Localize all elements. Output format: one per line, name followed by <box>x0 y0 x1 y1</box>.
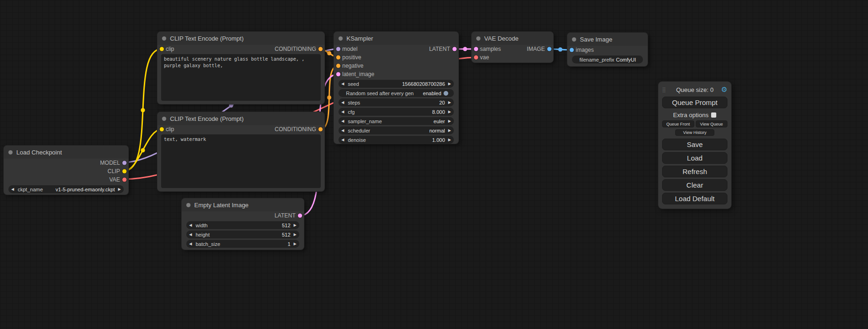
steps-widget[interactable]: ◀ steps 20 ▶ <box>339 98 454 106</box>
slot-row: negative <box>334 62 459 70</box>
collapse-dot-icon[interactable] <box>186 203 191 207</box>
collapse-dot-icon[interactable] <box>572 37 576 42</box>
load-default-button[interactable]: Load Default <box>662 193 727 204</box>
save-button[interactable]: Save <box>662 139 727 150</box>
collapse-dot-icon[interactable] <box>162 36 166 41</box>
settings-gear-icon[interactable]: ⚙ <box>720 85 727 94</box>
latent-output-slot[interactable] <box>298 214 302 218</box>
increment-arrow-icon[interactable]: ▶ <box>292 231 296 238</box>
queue-front-button[interactable]: Queue Front <box>662 120 694 127</box>
height-widget[interactable]: ◀ height 512 ▶ <box>186 231 299 238</box>
output-label: CONDITIONING <box>275 126 316 133</box>
node-title-bar[interactable]: Save Image <box>567 33 648 46</box>
link-midpoint-dot <box>327 96 332 100</box>
decrement-arrow-icon[interactable]: ◀ <box>341 80 346 88</box>
node-title-bar[interactable]: VAE Decode <box>472 32 553 45</box>
clip-output-slot[interactable] <box>122 169 127 174</box>
samples-input-slot[interactable] <box>474 47 478 51</box>
decrement-arrow-icon[interactable]: ◀ <box>189 240 194 248</box>
link-midpoint-dot <box>558 48 563 52</box>
vae-input-slot[interactable] <box>474 56 478 60</box>
latent-image-input-slot[interactable] <box>336 72 340 77</box>
positive-input-slot[interactable] <box>336 56 340 60</box>
filename-prefix-widget[interactable]: filename_prefix ComfyUI <box>572 56 643 63</box>
extra-options-row: Extra options <box>662 112 727 119</box>
clip-input-slot[interactable] <box>160 47 164 51</box>
sampler-name-widget[interactable]: ◀ sampler_name euler ▶ <box>339 117 454 125</box>
node-load-checkpoint[interactable]: Load Checkpoint MODEL CLIP VAE ◀ ckpt_na… <box>4 146 128 195</box>
random-seed-toggle-widget[interactable]: Random seed after every gen enabled <box>339 89 454 97</box>
node-title-bar[interactable]: CLIP Text Encode (Prompt) <box>157 112 325 125</box>
decrement-arrow-icon[interactable]: ◀ <box>189 221 194 229</box>
collapse-dot-icon[interactable] <box>162 117 166 121</box>
conditioning-output-slot[interactable] <box>318 47 323 51</box>
widget-value: euler <box>434 119 446 124</box>
prev-arrow-icon[interactable]: ◀ <box>11 185 16 193</box>
collapse-dot-icon[interactable] <box>8 150 13 154</box>
model-output-slot[interactable] <box>122 161 127 165</box>
width-widget[interactable]: ◀ width 512 ▶ <box>186 221 299 229</box>
scheduler-widget[interactable]: ◀ scheduler normal ▶ <box>339 126 454 134</box>
cfg-widget[interactable]: ◀ cfg 8.000 ▶ <box>339 108 454 116</box>
node-vae-decode[interactable]: VAE Decode samples IMAGE vae <box>472 32 553 63</box>
increment-arrow-icon[interactable]: ▶ <box>446 136 451 144</box>
drag-handle-icon[interactable]: ⣿ <box>662 87 670 93</box>
slot-row: samples IMAGE <box>472 45 553 53</box>
node-title-bar[interactable]: Load Checkpoint <box>4 146 128 159</box>
negative-prompt-textarea[interactable]: text, watermark <box>161 134 321 188</box>
decrement-arrow-icon[interactable]: ◀ <box>341 108 346 116</box>
next-arrow-icon[interactable]: ▶ <box>446 117 451 125</box>
view-queue-button[interactable]: View Queue <box>696 120 728 127</box>
images-input-slot[interactable] <box>570 48 574 52</box>
ckpt-name-widget[interactable]: ◀ ckpt_name v1-5-pruned-emaonly.ckpt ▶ <box>8 185 124 193</box>
clear-button[interactable]: Clear <box>662 179 727 191</box>
next-arrow-icon[interactable]: ▶ <box>116 185 121 193</box>
prev-arrow-icon[interactable]: ◀ <box>341 117 346 125</box>
output-label: CLIP <box>107 168 120 175</box>
output-row: VAE <box>4 175 128 184</box>
widget-label: ckpt_name <box>16 187 56 192</box>
collapse-dot-icon[interactable] <box>339 36 343 41</box>
increment-arrow-icon[interactable]: ▶ <box>446 98 451 106</box>
input-label: positive <box>342 54 361 61</box>
negative-input-slot[interactable] <box>336 64 340 68</box>
extra-options-checkbox[interactable] <box>711 112 716 118</box>
widget-label: scheduler <box>346 128 429 133</box>
increment-arrow-icon[interactable]: ▶ <box>292 240 296 248</box>
node-save-image[interactable]: Save Image images filename_prefix ComfyU… <box>567 33 648 66</box>
increment-arrow-icon[interactable]: ▶ <box>446 80 451 88</box>
node-clip-text-encode-negative[interactable]: CLIP Text Encode (Prompt) clip CONDITION… <box>157 112 325 191</box>
decrement-arrow-icon[interactable]: ◀ <box>341 98 346 106</box>
next-arrow-icon[interactable]: ▶ <box>446 126 451 134</box>
view-history-button[interactable]: View History <box>675 129 714 136</box>
conditioning-output-slot[interactable] <box>318 127 323 132</box>
vae-output-slot[interactable] <box>122 178 127 182</box>
seed-widget[interactable]: ◀ seed 156680208700286 ▶ <box>339 80 454 88</box>
node-title-bar[interactable]: KSampler <box>334 32 459 45</box>
model-input-slot[interactable] <box>336 47 340 51</box>
node-clip-text-encode-positive[interactable]: CLIP Text Encode (Prompt) clip CONDITION… <box>157 32 325 104</box>
node-ksampler[interactable]: KSampler model LATENT positive negative … <box>334 32 459 144</box>
denoise-widget[interactable]: ◀ denoise 1.000 ▶ <box>339 136 454 144</box>
toggle-dot-icon[interactable] <box>444 91 448 96</box>
node-empty-latent-image[interactable]: Empty Latent Image LATENT ◀ width 512 ▶ … <box>182 198 304 250</box>
increment-arrow-icon[interactable]: ▶ <box>446 108 451 116</box>
node-title-bar[interactable]: Empty Latent Image <box>182 198 304 211</box>
node-title-bar[interactable]: CLIP Text Encode (Prompt) <box>157 32 325 45</box>
collapse-dot-icon[interactable] <box>476 36 480 41</box>
latent-output-slot[interactable] <box>452 47 457 51</box>
image-output-slot[interactable] <box>547 47 551 51</box>
clip-input-slot[interactable] <box>160 127 164 132</box>
widget-label: height <box>194 232 282 238</box>
batch-size-widget[interactable]: ◀ batch_size 1 ▶ <box>186 240 299 248</box>
decrement-arrow-icon[interactable]: ◀ <box>341 136 346 144</box>
increment-arrow-icon[interactable]: ▶ <box>292 221 296 229</box>
positive-prompt-textarea[interactable]: beautiful scenery nature glass bottle la… <box>161 54 321 101</box>
prev-arrow-icon[interactable]: ◀ <box>341 126 346 134</box>
queue-prompt-button[interactable]: Queue Prompt <box>662 97 727 108</box>
refresh-button[interactable]: Refresh <box>662 166 727 177</box>
load-button[interactable]: Load <box>662 152 727 164</box>
decrement-arrow-icon[interactable]: ◀ <box>189 231 194 238</box>
widget-label: filename_prefix <box>578 57 616 63</box>
widget-value: v1-5-pruned-emaonly.ckpt <box>56 187 116 192</box>
